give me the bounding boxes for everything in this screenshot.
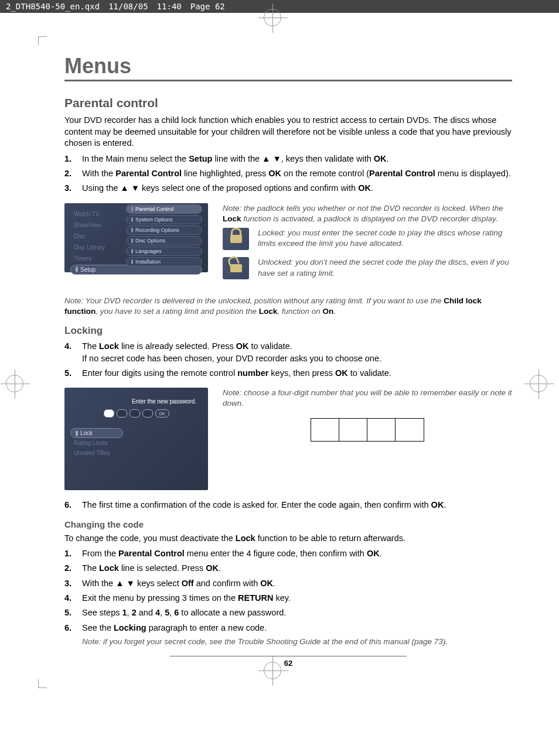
step-number: 3. xyxy=(64,182,82,194)
header-time: 11:40 xyxy=(157,2,182,11)
steps-list-2: 4. The Lock line is already selected. Pr… xyxy=(64,340,512,379)
password-ok: OK xyxy=(155,409,169,418)
crop-mark-bottom xyxy=(264,662,287,685)
changing-code-title: Changing the code xyxy=(64,519,512,529)
step-number: 5. xyxy=(64,367,82,379)
header-filename: 2_DTH8540-50_en.qxd xyxy=(6,2,100,11)
intro-text: Your DVD recorder has a child lock funct… xyxy=(64,115,512,149)
step-item: 4. Exit the menu by pressing 3 times on … xyxy=(64,592,512,604)
header-date: 11/08/05 xyxy=(108,2,148,11)
step-item: 2. The Lock line is selected. Press OK. xyxy=(64,562,512,574)
steps-list-3: 6. The first time a confirmation of the … xyxy=(64,499,512,511)
step-item: 5. See steps 1, 2 and 4, 5, 6 to allocat… xyxy=(64,607,512,618)
password-digit-box xyxy=(104,409,114,418)
code-box xyxy=(311,419,339,441)
code-box xyxy=(339,419,367,441)
step-number: 2. xyxy=(64,167,82,179)
menu-lock: Lock xyxy=(70,428,123,438)
step-item: 1. From the Parental Control menu enter … xyxy=(64,548,512,559)
password-digit-box xyxy=(117,409,127,418)
corner-mark xyxy=(38,679,47,688)
submenu-item: Disc Options xyxy=(126,236,202,245)
step-number: 1. xyxy=(64,153,82,165)
steps-list-4: 1. From the Parental Control menu enter … xyxy=(64,548,512,634)
screenshot-row-2: Enter the new password. OK Lock Rating L… xyxy=(64,388,512,490)
header-page: Page 62 xyxy=(190,2,225,11)
step-number: 1. xyxy=(64,548,82,559)
submenu-item: Languages xyxy=(126,247,202,256)
code-box xyxy=(396,419,424,441)
page-title: Menus xyxy=(64,54,512,81)
password-prompt: Enter the new password. xyxy=(70,398,202,405)
steps-list-1: 1. In the Main menu select the Setup lin… xyxy=(64,153,512,194)
note-forget-code: Note: if you forget your secret code, se… xyxy=(82,637,512,647)
unlocked-description: Unlocked: you don't need the secret code… xyxy=(258,257,512,278)
crop-mark-right xyxy=(530,375,553,398)
menu-item: Unrated Titles xyxy=(70,448,135,458)
password-digit-box xyxy=(142,409,153,418)
step-item: 3. Using the ▲ ▼ keys select one of the … xyxy=(64,182,512,194)
crop-mark-top xyxy=(264,9,287,32)
note-delivered: Note: Your DVD recorder is delivered in … xyxy=(64,296,512,317)
note-padlock: Note: the padlock tells you whether or n… xyxy=(223,203,512,224)
code-entry-boxes xyxy=(311,418,424,442)
page-frame: Menus Parental control Your DVD recorder… xyxy=(47,36,530,679)
step-item: 3. With the ▲ ▼ keys select Off and conf… xyxy=(64,577,512,589)
changing-intro: To change the code, you must deactivate … xyxy=(64,533,512,545)
submenu-item: Installation xyxy=(126,257,202,266)
step-number: 6. xyxy=(64,622,82,634)
submenu-parental-control: Parental Control xyxy=(126,204,202,214)
step-number: 2. xyxy=(64,562,82,574)
step-item: 1. In the Main menu select the Setup lin… xyxy=(64,153,512,165)
crop-mark-left xyxy=(6,375,29,398)
submenu-item: Recording Options xyxy=(126,225,202,235)
step-item: 5. Enter four digits using the remote co… xyxy=(64,367,512,379)
menu-item: Rating Limits xyxy=(70,438,135,448)
step-item: 6. The first time a confirmation of the … xyxy=(64,499,512,511)
page-number: 62 xyxy=(170,656,407,668)
locking-title: Locking xyxy=(64,325,512,337)
setup-menu-screenshot: Watch TV ShowView Disc Disc Library Time… xyxy=(64,203,208,272)
step-number: 4. xyxy=(64,592,82,604)
step-number: 5. xyxy=(64,607,82,618)
unlocked-icon xyxy=(223,257,249,279)
step-number: 3. xyxy=(64,577,82,589)
step-number: 4. xyxy=(64,340,82,364)
locked-description: Locked: you must enter the secret code t… xyxy=(258,228,512,249)
password-entry-screenshot: Enter the new password. OK Lock Rating L… xyxy=(64,388,208,490)
submenu-item: System Options xyxy=(126,215,202,224)
step-item: 2. With the Parental Control line highli… xyxy=(64,167,512,179)
note-four-digit: Note: choose a four-digit number that yo… xyxy=(223,388,512,409)
step-item: 4. The Lock line is already selected. Pr… xyxy=(64,340,512,364)
screenshot-row-1: Watch TV ShowView Disc Disc Library Time… xyxy=(64,203,512,287)
section-title: Parental control xyxy=(64,96,512,110)
code-box xyxy=(367,419,396,441)
locked-icon xyxy=(223,228,249,250)
step-number: 6. xyxy=(64,499,82,511)
page-content: Menus Parental control Your DVD recorder… xyxy=(47,36,530,679)
corner-mark xyxy=(38,36,47,45)
password-digit-box xyxy=(129,409,140,418)
step-item: 6. See the Locking paragraph to enter a … xyxy=(64,622,512,634)
